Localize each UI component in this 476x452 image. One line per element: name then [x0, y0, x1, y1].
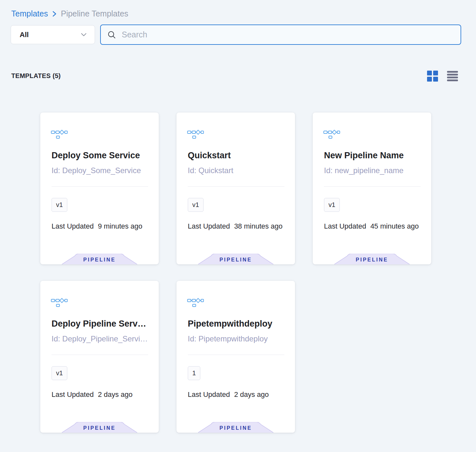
last-updated: Last Updated38 minutes ago	[188, 222, 282, 231]
version-badge: v1	[52, 198, 67, 212]
version-badge: v1	[188, 198, 204, 212]
template-id: Id: Deploy_Some_Service	[52, 166, 150, 175]
template-id: Id: Deploy_Pipeline_Servi…	[52, 334, 150, 344]
template-id: Id: Quickstart	[188, 166, 286, 175]
pipeline-type-tag: PIPELINE	[198, 422, 274, 433]
template-title: Quickstart	[188, 150, 286, 161]
templates-count-heading: TEMPLATES (5)	[11, 72, 61, 80]
template-title: Deploy Pipeline Serv…	[52, 318, 150, 329]
divider	[52, 186, 148, 187]
last-updated: Last Updated45 minutes ago	[324, 222, 419, 231]
divider	[52, 355, 148, 355]
pipeline-tag-label: PIPELINE	[334, 255, 410, 264]
pipeline-icon	[51, 297, 68, 309]
pipeline-tag-label: PIPELINE	[62, 255, 138, 264]
version-badge: 1	[188, 366, 200, 380]
last-updated-label: Last Updated	[52, 222, 94, 230]
pipeline-type-tag: PIPELINE	[62, 422, 138, 433]
search-icon	[107, 30, 116, 39]
last-updated: Last Updated2 days ago	[52, 390, 133, 399]
template-card[interactable]: Deploy Some Service Id: Deploy_Some_Serv…	[40, 113, 159, 264]
template-title: Pipetempwithdeploy	[188, 318, 286, 329]
version-badge: v1	[324, 198, 340, 212]
version-badge: v1	[52, 366, 67, 380]
search-box	[100, 25, 461, 45]
last-updated-label: Last Updated	[188, 390, 230, 398]
last-updated-value: 2 days ago	[234, 390, 269, 398]
pipeline-templates-page: Templates Pipeline Templates All TEMPLAT…	[0, 0, 476, 452]
divider	[324, 186, 421, 187]
template-title: New Pipeline Name	[324, 150, 422, 161]
pipeline-tag-label: PIPELINE	[198, 255, 274, 264]
last-updated-value: 2 days ago	[98, 390, 133, 398]
template-card[interactable]: Quickstart Id: Quickstart v1 Last Update…	[176, 113, 295, 264]
template-card[interactable]: Pipetempwithdeploy Id: Pipetempwithdeplo…	[176, 281, 295, 433]
pipeline-icon	[51, 129, 68, 141]
pipeline-tag-label: PIPELINE	[198, 423, 274, 433]
template-card[interactable]: New Pipeline Name Id: new_pipeline_name …	[313, 113, 431, 264]
grid-view-icon[interactable]	[427, 71, 438, 83]
breadcrumb-templates-link[interactable]: Templates	[11, 8, 48, 19]
breadcrumb-current-page: Pipeline Templates	[61, 8, 128, 19]
last-updated-label: Last Updated	[188, 222, 230, 230]
template-id: Id: Pipetempwithdeploy	[188, 334, 286, 344]
last-updated: Last Updated9 minutes ago	[52, 222, 142, 231]
dropdown-selected-value: All	[20, 31, 29, 39]
pipeline-type-tag: PIPELINE	[198, 254, 274, 264]
last-updated-label: Last Updated	[324, 222, 366, 230]
pipeline-icon	[187, 297, 204, 309]
last-updated-value: 45 minutes ago	[370, 222, 419, 230]
pipeline-icon	[323, 129, 340, 141]
chevron-right-icon	[52, 10, 57, 17]
list-view-icon[interactable]	[447, 71, 458, 83]
divider	[188, 355, 284, 355]
divider	[188, 186, 284, 187]
template-title: Deploy Some Service	[52, 150, 150, 161]
template-card[interactable]: Deploy Pipeline Serv… Id: Deploy_Pipelin…	[40, 281, 159, 433]
template-id: Id: new_pipeline_name	[324, 166, 422, 175]
chevron-down-icon	[81, 32, 87, 38]
pipeline-type-tag: PIPELINE	[62, 254, 138, 264]
last-updated-label: Last Updated	[52, 390, 94, 398]
last-updated-value: 38 minutes ago	[234, 222, 282, 230]
last-updated: Last Updated2 days ago	[188, 390, 269, 399]
pipeline-tag-label: PIPELINE	[62, 423, 138, 433]
pipeline-icon	[187, 129, 204, 141]
pipeline-type-tag: PIPELINE	[334, 254, 410, 264]
search-input[interactable]	[122, 30, 454, 39]
last-updated-value: 9 minutes ago	[98, 222, 142, 230]
template-type-dropdown[interactable]: All	[11, 25, 95, 44]
breadcrumb: Templates Pipeline Templates	[11, 8, 128, 19]
templates-grid: Deploy Some Service Id: Deploy_Some_Serv…	[40, 113, 431, 433]
